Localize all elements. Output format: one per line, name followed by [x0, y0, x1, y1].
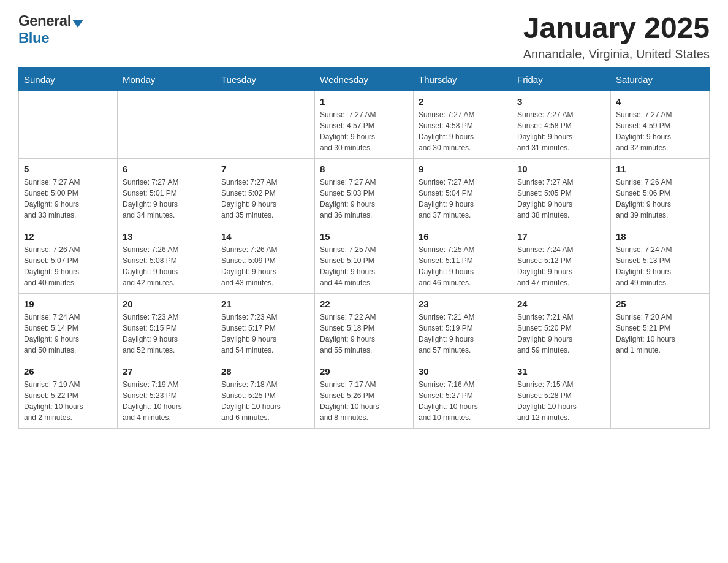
day-info: Sunrise: 7:21 AMSunset: 5:20 PMDaylight:… [517, 312, 605, 356]
day-number: 6 [123, 164, 211, 174]
day-number: 2 [419, 96, 507, 107]
day-info: Sunrise: 7:27 AMSunset: 4:58 PMDaylight:… [517, 109, 605, 153]
day-of-week-header: Monday [118, 67, 216, 91]
day-of-week-header: Tuesday [216, 67, 315, 91]
logo-blue-text: Blue [18, 29, 49, 47]
day-info: Sunrise: 7:26 AMSunset: 5:06 PMDaylight:… [616, 177, 704, 221]
day-of-week-header: Sunday [19, 67, 118, 91]
day-number: 11 [616, 164, 704, 174]
logo: General Blue [18, 12, 83, 47]
page-header: General Blue January 2025 Annandale, Vir… [18, 12, 710, 61]
header-row: SundayMondayTuesdayWednesdayThursdayFrid… [19, 67, 710, 91]
day-info: Sunrise: 7:19 AMSunset: 5:22 PMDaylight:… [24, 379, 112, 423]
day-info: Sunrise: 7:26 AMSunset: 5:09 PMDaylight:… [221, 244, 309, 288]
calendar-day-cell: 21Sunrise: 7:23 AMSunset: 5:17 PMDayligh… [216, 293, 315, 361]
day-number: 5 [24, 164, 112, 174]
day-number: 17 [517, 231, 605, 242]
day-of-week-header: Wednesday [315, 67, 414, 91]
calendar-day-cell [118, 91, 216, 158]
day-info: Sunrise: 7:24 AMSunset: 5:12 PMDaylight:… [517, 244, 605, 288]
calendar-day-cell [19, 91, 118, 158]
day-number: 12 [24, 231, 112, 242]
day-number: 4 [616, 96, 704, 107]
calendar-day-cell: 28Sunrise: 7:18 AMSunset: 5:25 PMDayligh… [216, 361, 315, 428]
calendar-day-cell: 8Sunrise: 7:27 AMSunset: 5:03 PMDaylight… [315, 158, 414, 226]
day-info: Sunrise: 7:27 AMSunset: 4:58 PMDaylight:… [419, 109, 507, 153]
calendar-day-cell: 17Sunrise: 7:24 AMSunset: 5:12 PMDayligh… [512, 226, 611, 293]
day-number: 1 [320, 96, 408, 107]
day-number: 24 [517, 299, 605, 309]
calendar-day-cell: 10Sunrise: 7:27 AMSunset: 5:05 PMDayligh… [512, 158, 611, 226]
calendar-day-cell: 30Sunrise: 7:16 AMSunset: 5:27 PMDayligh… [414, 361, 512, 428]
calendar-day-cell: 6Sunrise: 7:27 AMSunset: 5:01 PMDaylight… [118, 158, 216, 226]
calendar-day-cell [611, 361, 710, 428]
calendar-day-cell: 7Sunrise: 7:27 AMSunset: 5:02 PMDaylight… [216, 158, 315, 226]
day-number: 22 [320, 299, 408, 309]
day-info: Sunrise: 7:24 AMSunset: 5:13 PMDaylight:… [616, 244, 704, 288]
calendar-day-cell: 31Sunrise: 7:15 AMSunset: 5:28 PMDayligh… [512, 361, 611, 428]
location-subtitle: Annandale, Virginia, United States [523, 47, 710, 61]
day-number: 27 [123, 366, 211, 377]
day-number: 15 [320, 231, 408, 242]
day-number: 7 [221, 164, 309, 174]
month-title: January 2025 [523, 12, 710, 45]
day-info: Sunrise: 7:27 AMSunset: 4:59 PMDaylight:… [616, 109, 704, 153]
day-info: Sunrise: 7:27 AMSunset: 5:00 PMDaylight:… [24, 177, 112, 221]
day-number: 16 [419, 231, 507, 242]
day-number: 19 [24, 299, 112, 309]
day-info: Sunrise: 7:27 AMSunset: 5:05 PMDaylight:… [517, 177, 605, 221]
day-number: 20 [123, 299, 211, 309]
day-info: Sunrise: 7:23 AMSunset: 5:17 PMDaylight:… [221, 312, 309, 356]
calendar-day-cell: 23Sunrise: 7:21 AMSunset: 5:19 PMDayligh… [414, 293, 512, 361]
calendar-day-cell: 15Sunrise: 7:25 AMSunset: 5:10 PMDayligh… [315, 226, 414, 293]
calendar-day-cell: 19Sunrise: 7:24 AMSunset: 5:14 PMDayligh… [19, 293, 118, 361]
calendar-day-cell: 25Sunrise: 7:20 AMSunset: 5:21 PMDayligh… [611, 293, 710, 361]
calendar-day-cell: 29Sunrise: 7:17 AMSunset: 5:26 PMDayligh… [315, 361, 414, 428]
day-info: Sunrise: 7:20 AMSunset: 5:21 PMDaylight:… [616, 312, 704, 356]
calendar-week-row: 1Sunrise: 7:27 AMSunset: 4:57 PMDaylight… [19, 91, 710, 158]
calendar-day-cell: 2Sunrise: 7:27 AMSunset: 4:58 PMDaylight… [414, 91, 512, 158]
logo-triangle-icon [72, 20, 83, 28]
day-info: Sunrise: 7:27 AMSunset: 5:04 PMDaylight:… [419, 177, 507, 221]
day-info: Sunrise: 7:27 AMSunset: 4:57 PMDaylight:… [320, 109, 408, 153]
day-number: 18 [616, 231, 704, 242]
day-info: Sunrise: 7:21 AMSunset: 5:19 PMDaylight:… [419, 312, 507, 356]
day-of-week-header: Saturday [611, 67, 710, 91]
day-number: 28 [221, 366, 309, 377]
calendar-day-cell: 11Sunrise: 7:26 AMSunset: 5:06 PMDayligh… [611, 158, 710, 226]
day-info: Sunrise: 7:26 AMSunset: 5:08 PMDaylight:… [123, 244, 211, 288]
day-number: 3 [517, 96, 605, 107]
day-number: 23 [419, 299, 507, 309]
day-number: 25 [616, 299, 704, 309]
calendar-week-row: 5Sunrise: 7:27 AMSunset: 5:00 PMDaylight… [19, 158, 710, 226]
calendar-day-cell: 5Sunrise: 7:27 AMSunset: 5:00 PMDaylight… [19, 158, 118, 226]
day-info: Sunrise: 7:24 AMSunset: 5:14 PMDaylight:… [24, 312, 112, 356]
day-info: Sunrise: 7:15 AMSunset: 5:28 PMDaylight:… [517, 379, 605, 423]
day-number: 8 [320, 164, 408, 174]
calendar-day-cell [216, 91, 315, 158]
calendar-day-cell: 26Sunrise: 7:19 AMSunset: 5:22 PMDayligh… [19, 361, 118, 428]
day-number: 21 [221, 299, 309, 309]
calendar-day-cell: 3Sunrise: 7:27 AMSunset: 4:58 PMDaylight… [512, 91, 611, 158]
calendar-day-cell: 24Sunrise: 7:21 AMSunset: 5:20 PMDayligh… [512, 293, 611, 361]
day-info: Sunrise: 7:25 AMSunset: 5:11 PMDaylight:… [419, 244, 507, 288]
calendar-day-cell: 12Sunrise: 7:26 AMSunset: 5:07 PMDayligh… [19, 226, 118, 293]
day-info: Sunrise: 7:27 AMSunset: 5:03 PMDaylight:… [320, 177, 408, 221]
logo-general-text: General [18, 12, 71, 29]
title-section: January 2025 Annandale, Virginia, United… [523, 12, 710, 61]
day-info: Sunrise: 7:17 AMSunset: 5:26 PMDaylight:… [320, 379, 408, 423]
day-info: Sunrise: 7:27 AMSunset: 5:01 PMDaylight:… [123, 177, 211, 221]
day-number: 9 [419, 164, 507, 174]
calendar-day-cell: 16Sunrise: 7:25 AMSunset: 5:11 PMDayligh… [414, 226, 512, 293]
calendar-day-cell: 1Sunrise: 7:27 AMSunset: 4:57 PMDaylight… [315, 91, 414, 158]
day-number: 30 [419, 366, 507, 377]
calendar-table: SundayMondayTuesdayWednesdayThursdayFrid… [18, 67, 710, 429]
day-number: 14 [221, 231, 309, 242]
calendar-header: SundayMondayTuesdayWednesdayThursdayFrid… [19, 67, 710, 91]
day-info: Sunrise: 7:27 AMSunset: 5:02 PMDaylight:… [221, 177, 309, 221]
day-info: Sunrise: 7:19 AMSunset: 5:23 PMDaylight:… [123, 379, 211, 423]
calendar-day-cell: 4Sunrise: 7:27 AMSunset: 4:59 PMDaylight… [611, 91, 710, 158]
calendar-day-cell: 20Sunrise: 7:23 AMSunset: 5:15 PMDayligh… [118, 293, 216, 361]
calendar-day-cell: 13Sunrise: 7:26 AMSunset: 5:08 PMDayligh… [118, 226, 216, 293]
day-number: 26 [24, 366, 112, 377]
